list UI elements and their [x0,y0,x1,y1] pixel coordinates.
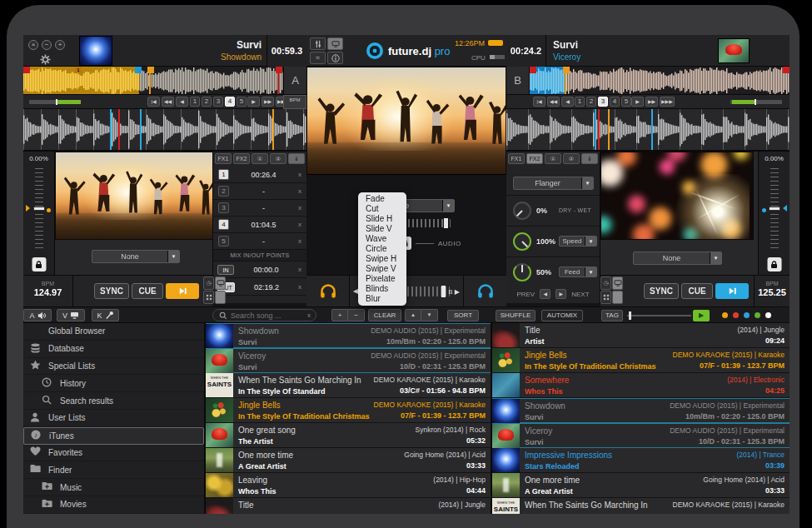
minus-button[interactable]: − [348,309,365,321]
tag-dot[interactable] [744,312,750,318]
play-indicator-button[interactable]: ▶ [693,310,710,321]
clock-icon[interactable]: ◷ [203,276,214,290]
deck-a-pitch-lock-button[interactable] [32,257,46,271]
tag-button[interactable]: TAG [601,310,623,321]
fx-next-button[interactable]: ▶ [555,289,566,299]
list-item[interactable]: One great song The Artist Synkron (2014)… [206,423,491,448]
beat-jump-button[interactable]: 4 [610,97,620,107]
sidebar-item[interactable]: User Lists [23,410,204,427]
sidebar-item[interactable]: Database [23,341,204,358]
beat-jump-button[interactable]: 1 [575,97,585,107]
sidebar-item[interactable]: Special Lists [23,358,204,376]
list-item[interactable]: Viceroy Survi DEMO AUDIO (2015) | Experi… [206,348,491,373]
sidebar-item[interactable]: Favorites [23,445,204,462]
list-item[interactable]: Viceroy Survi DEMO AUDIO (2015) | Experi… [492,423,790,448]
search-box[interactable]: x [212,309,316,321]
deck-a-detail-waveform[interactable] [23,109,306,152]
deck-a-headphones-icon[interactable] [306,276,350,307]
menu-item[interactable]: Slide H [358,214,406,224]
fx1-tab[interactable]: FX1 [215,153,232,164]
monitor-icon[interactable] [612,276,623,290]
loop2-button[interactable]: ② [270,153,286,164]
seek-back-button[interactable]: ◀◀ [547,97,560,107]
fx-prev-button[interactable]: ◀ [540,289,550,299]
speed-knob[interactable] [513,232,531,251]
hotcue-number[interactable]: 1 [218,169,229,180]
seek-back-button[interactable]: ◀◀ [162,97,174,107]
list-item[interactable]: Showdown Survi DEMO AUDIO (2015) | Exper… [492,398,790,423]
hotcue-row[interactable]: 2 - x [213,183,306,200]
seek-forward-button[interactable]: ▶▶ [645,97,658,107]
sidebar-item[interactable]: Global Browser [23,323,204,341]
list-item[interactable]: Jingle Bells In The Style Of Traditional… [492,348,790,373]
list-item[interactable]: One more time A Great Artist Going Home … [492,473,790,498]
list-item[interactable]: When The Saints Go Marching In In The St… [206,373,491,398]
menu-item[interactable]: Circle [358,244,406,254]
list-item[interactable]: Somewhere Whos This (2014) | Electronic … [492,373,790,398]
deck-b-overview-waveform[interactable] [530,67,790,95]
deck-b-sync-button[interactable]: SYNC [644,283,679,299]
list-item[interactable]: Impressive Impressions Stars Reloaded (2… [492,448,790,473]
hotcue-row[interactable]: 4 01:04.5 x [213,217,306,233]
blank-button[interactable] [215,291,226,304]
automix-button[interactable]: AUTOMIX [541,310,583,321]
grid-icon[interactable] [203,291,214,304]
seek-forward-button[interactable]: ▶▶ [262,97,274,107]
menu-item[interactable]: Swipe V [358,264,406,274]
deck-a-bpm-tap-button[interactable]: BPM [283,95,306,109]
deck-a-overview-waveform[interactable]: 1 [23,67,283,95]
feed-knob[interactable] [513,263,531,281]
volume-slider[interactable] [627,315,691,316]
fx2-tab[interactable]: FX2 [526,153,543,164]
menu-item[interactable]: Wave [358,234,406,244]
drywet-knob[interactable] [513,202,531,220]
clear-button[interactable]: CLEAR [368,309,401,321]
beat-jump-button[interactable]: 5 [237,97,247,107]
video-toggle-button[interactable]: V [57,309,85,321]
list-item[interactable]: Jingle Bells In The Style Of Traditional… [206,398,491,423]
tag-dot[interactable] [733,312,739,318]
beat-jump-button[interactable]: 2 [202,97,212,107]
list-item[interactable]: Leaving Whos This (2014) | Hip-Hop 04:44 [206,473,491,498]
deck-a-sync-button[interactable]: SYNC [94,283,129,299]
deck-a-play-button[interactable] [166,283,199,299]
up-button[interactable]: ▲ [405,309,421,321]
beat-jump-button[interactable]: 3 [598,97,608,107]
hotcue-number[interactable]: 3 [218,202,229,213]
seek-back-button[interactable]: ◀ [176,97,188,107]
sidebar-item[interactable]: Finder [23,461,204,479]
beat-jump-button[interactable]: 1 [190,97,200,107]
beat-jump-button[interactable]: 4 [225,97,235,107]
sort-button[interactable]: SORT [447,310,479,321]
hotcue-number[interactable]: 4 [218,219,229,230]
mix-in-chip[interactable]: IN [217,265,234,275]
deck-b-play-button[interactable] [715,283,749,299]
down-button[interactable]: ▼ [421,309,438,321]
hotcue-number[interactable]: 2 [218,186,229,197]
sidebar-item[interactable]: History [23,375,204,392]
beat-jump-button[interactable]: 3 [213,97,223,107]
hotcue-row[interactable]: 5 - x [213,233,306,250]
deck-b-pitch-handle[interactable] [769,207,780,211]
list-item[interactable]: Title (2014) | Jungle [206,498,491,514]
sidebar-item[interactable]: Music [23,479,204,496]
list-item[interactable]: Title Artist (2014) | Jungle 09:24 [492,323,790,348]
fx-select-dropdown[interactable]: Flanger ▼ [513,177,594,190]
deck-a-pitch-handle[interactable] [33,207,45,211]
sidebar-item[interactable]: ♪ iTunes [23,427,204,445]
karaoke-toggle-button[interactable]: K [92,309,119,321]
loop1-button[interactable]: ① [252,153,268,164]
fx1-tab[interactable]: FX1 [508,153,525,164]
hotcue-delete-button[interactable]: x [298,171,301,178]
tag-dot[interactable] [722,312,728,318]
search-clear-icon[interactable]: x [307,311,311,319]
search-input[interactable] [231,311,299,320]
window-control-button[interactable]: + [55,40,65,50]
save-cue-icon[interactable]: ⇓ [288,153,305,164]
mix-out-row[interactable]: OUT 02:19.2 x [213,279,306,296]
mix-in-row[interactable]: IN 00:00.0 x [213,262,306,278]
seek-back-button[interactable]: |◀ [147,97,160,107]
list-item[interactable]: When The Saints Go Marching In DEMO KARA… [492,498,790,514]
speed-dropdown[interactable]: Speed▼ [559,236,597,247]
window-control-button[interactable]: − [42,40,52,50]
